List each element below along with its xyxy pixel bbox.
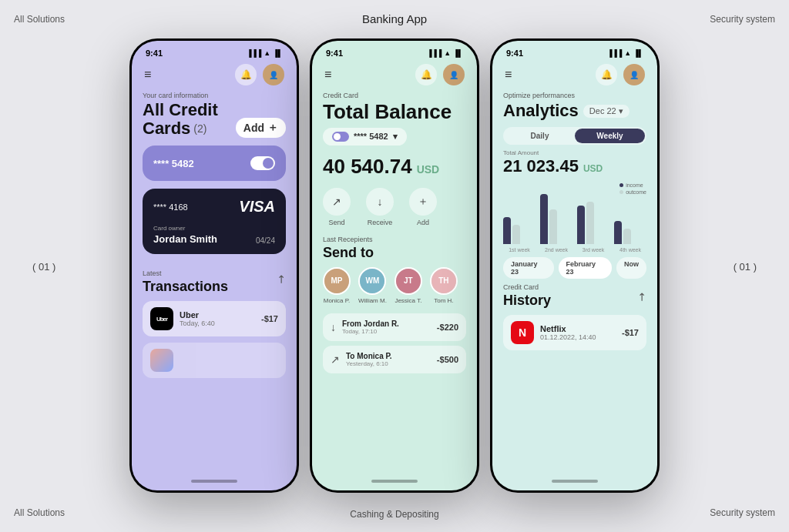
netflix-icon: N bbox=[511, 321, 534, 344]
avatar-circle-4: TH bbox=[431, 269, 456, 293]
send-btn[interactable]: ↗ Send bbox=[323, 188, 351, 226]
income-label: income bbox=[626, 182, 643, 188]
receive-btn[interactable]: ↓ Receive bbox=[366, 188, 394, 226]
uber-name: Uber bbox=[180, 310, 255, 320]
weekly-tab[interactable]: Weekly bbox=[575, 129, 645, 143]
page-subtitle: Cashing & Depositing bbox=[350, 509, 438, 520]
history-section-header: Credit Card History ↗ bbox=[503, 283, 646, 309]
card-count: (2) bbox=[193, 122, 206, 135]
daily-tab[interactable]: Daily bbox=[505, 129, 575, 143]
battery-icon-2: ▐▌ bbox=[453, 49, 463, 57]
phone-1: 9:41 ▐▐▐ ▲ ▐▌ ≡ 🔔 👤 Your card informatio… bbox=[129, 38, 299, 493]
netflix-amount: -$17 bbox=[622, 328, 639, 337]
menu-icon-3[interactable]: ≡ bbox=[505, 68, 512, 82]
bell-icon-3[interactable]: 🔔 bbox=[596, 64, 617, 85]
send-to-title: Send to bbox=[323, 245, 466, 261]
week4-outcome-bar bbox=[623, 229, 631, 244]
month-badge[interactable]: Dec 22 ▾ bbox=[583, 105, 630, 118]
page-title: Banking App bbox=[362, 12, 427, 25]
recipient-2[interactable]: WM William M. bbox=[358, 267, 387, 304]
recipient-avatar-4: TH bbox=[430, 267, 458, 295]
week2-outcome-bar bbox=[549, 209, 557, 244]
trans1-arrow-icon: ↓ bbox=[331, 321, 336, 333]
week3-bars bbox=[577, 202, 609, 244]
status-bar-1: 9:41 ▐▐▐ ▲ ▐▌ bbox=[132, 41, 297, 61]
second-transaction bbox=[143, 343, 286, 378]
week2-income-bar bbox=[540, 194, 548, 244]
add-card-button[interactable]: Add ＋ bbox=[236, 118, 286, 138]
credit-card-label-2: Credit Card bbox=[323, 92, 466, 99]
recipient-1[interactable]: MP Monica P. bbox=[323, 267, 351, 304]
phone1-title-line1: All Credit bbox=[143, 101, 218, 119]
avatar-2[interactable]: 👤 bbox=[443, 64, 465, 85]
income-dot bbox=[619, 183, 623, 187]
trans1-date: Today, 17:10 bbox=[342, 328, 431, 335]
battery-icon-3: ▐▌ bbox=[633, 49, 643, 57]
mini-toggle bbox=[332, 132, 349, 142]
trans1-name: From Jordan R. bbox=[342, 320, 431, 328]
send-icon: ↗ bbox=[323, 188, 351, 216]
avatar-3[interactable]: 👤 bbox=[623, 64, 645, 85]
add-icon: ＋ bbox=[409, 188, 437, 216]
week3-label: 3rd week bbox=[577, 247, 609, 253]
bar-chart: income outcome bbox=[503, 182, 646, 244]
avatar-circle-1: MP bbox=[324, 269, 349, 293]
card-expiry: 04/24 bbox=[256, 236, 275, 245]
bottom-left-label: All Solutions bbox=[14, 507, 65, 518]
week3-income-bar bbox=[577, 206, 585, 244]
history-link[interactable]: ↗ bbox=[634, 289, 650, 304]
recipient-3[interactable]: JT Jessica T. bbox=[394, 267, 422, 304]
top-nav-3: ≡ 🔔 👤 bbox=[492, 61, 657, 92]
period-tab-switcher: Daily Weekly bbox=[503, 127, 646, 145]
card-1: **** 5482 bbox=[143, 146, 286, 181]
now-period-btn[interactable]: Now bbox=[616, 257, 646, 279]
netflix-date: 01.12.2022, 14:40 bbox=[540, 333, 616, 341]
week2-label: 2nd week bbox=[540, 247, 572, 253]
time-3: 9:41 bbox=[506, 49, 523, 58]
phones-container: 9:41 ▐▐▐ ▲ ▐▌ ≡ 🔔 👤 Your card informatio… bbox=[129, 38, 660, 493]
month-badge-label: Dec 22 bbox=[589, 106, 616, 115]
jan-period-btn[interactable]: January 23 bbox=[503, 257, 554, 279]
chart-week-labels: 1st week 2nd week 3rd week 4th week bbox=[503, 247, 646, 253]
status-icons-1: ▐▐▐ ▲ ▐▌ bbox=[247, 49, 283, 57]
uber-date: Today, 6:40 bbox=[180, 320, 255, 327]
week2-bars bbox=[540, 194, 572, 244]
avatar-1[interactable]: 👤 bbox=[263, 64, 284, 85]
transactions-title: Transactions bbox=[143, 279, 228, 295]
bell-icon[interactable]: 🔔 bbox=[235, 64, 257, 85]
status-icons-2: ▐▐▐ ▲ ▐▌ bbox=[427, 49, 463, 57]
wifi-icon: ▲ bbox=[264, 49, 270, 57]
week1-bars bbox=[503, 217, 536, 244]
card-selector[interactable]: **** 5482 ▾ bbox=[323, 128, 407, 146]
chart-container: income outcome 1st week 2nd week 3rd wee… bbox=[503, 182, 646, 253]
feb-period-btn[interactable]: February 23 bbox=[559, 257, 612, 279]
period-buttons: January 23 February 23 Now bbox=[503, 257, 646, 279]
card2-number: **** 4168 bbox=[153, 202, 188, 212]
recipients-list: MP Monica P. WM William M. JT bbox=[323, 267, 466, 304]
wifi-icon-3: ▲ bbox=[624, 49, 631, 57]
balance-currency: USD bbox=[417, 163, 440, 176]
analytics-title: Analytics bbox=[503, 101, 579, 121]
outcome-label: outcome bbox=[626, 189, 646, 195]
total-amount-label: Total Amount bbox=[503, 149, 646, 156]
add-btn[interactable]: ＋ Add bbox=[409, 188, 437, 226]
transactions-link[interactable]: ↗ bbox=[274, 271, 289, 286]
trans2-arrow-icon: ↗ bbox=[331, 353, 340, 366]
status-bar-3: 9:41 ▐▐▐ ▲ ▐▌ bbox=[492, 41, 657, 61]
card-info-subtitle: Your card information bbox=[143, 92, 286, 99]
bell-icon-2[interactable]: 🔔 bbox=[415, 64, 437, 85]
recipient-name-3: Jessica T. bbox=[394, 297, 421, 304]
side-label-left: ( 01 ) bbox=[32, 260, 55, 272]
menu-icon[interactable]: ≡ bbox=[144, 68, 151, 82]
month-dropdown-icon: ▾ bbox=[619, 106, 623, 116]
time-2: 9:41 bbox=[326, 49, 343, 58]
optimize-label: Optimize performances bbox=[503, 92, 646, 99]
card1-toggle[interactable] bbox=[250, 156, 275, 170]
recipient-avatar-1: MP bbox=[323, 267, 351, 295]
status-icons-3: ▐▐▐ ▲ ▐▌ bbox=[607, 49, 643, 57]
recipient-4[interactable]: TH Tom H. bbox=[430, 267, 458, 304]
trans-row-1: ↓ From Jordan R. Today, 17:10 -$220 bbox=[323, 313, 466, 341]
selected-card-num: **** 5482 bbox=[354, 132, 388, 141]
menu-icon-2[interactable]: ≡ bbox=[324, 68, 331, 82]
card1-number: **** 5482 bbox=[153, 158, 194, 169]
